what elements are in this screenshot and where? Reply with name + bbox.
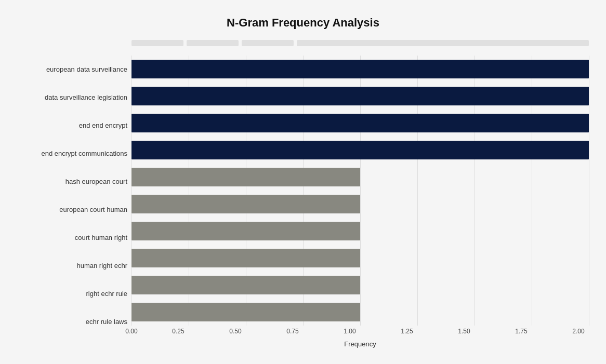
y-label: echr rule laws (17, 308, 127, 335)
x-tick: 0.25 (168, 328, 189, 335)
x-tick: 1.50 (454, 328, 475, 335)
chart-container: N-Gram Frequency Analysis european data … (7, 6, 599, 359)
bar (131, 303, 360, 321)
x-axis-label: Frequency (131, 340, 589, 348)
bar (131, 141, 589, 159)
bar-row (131, 56, 589, 83)
bar-row (131, 191, 589, 218)
bars-wrapper (131, 56, 589, 326)
grid-line (589, 56, 589, 326)
x-tick: 0.00 (121, 328, 142, 335)
x-tick: 1.25 (397, 328, 417, 335)
y-label: data surveillance legislation (17, 84, 127, 111)
y-label: court human right (17, 224, 127, 251)
y-label: hash european court (17, 168, 127, 195)
x-tick: 2.00 (568, 328, 589, 335)
chart-area: european data surveillancedata surveilla… (17, 56, 589, 336)
bar-row (131, 245, 589, 272)
bar-row (131, 164, 589, 191)
bar (131, 249, 360, 267)
y-label: european court human (17, 196, 127, 223)
bar-row (131, 272, 589, 299)
y-label: european data surveillance (17, 56, 127, 83)
y-label: end end encrypt (17, 112, 127, 139)
bar (131, 114, 589, 132)
y-label: human right echr (17, 252, 127, 279)
plot-area: 0.000.250.500.751.001.251.501.752.00 Fre… (131, 56, 589, 336)
bar-row (131, 83, 589, 110)
y-axis: european data surveillancedata surveilla… (17, 56, 131, 336)
x-tick: 1.00 (339, 328, 360, 335)
chart-title: N-Gram Frequency Analysis (17, 16, 589, 30)
x-axis: 0.000.250.500.751.001.251.501.752.00 Fre… (131, 328, 589, 348)
bar-row (131, 299, 589, 326)
y-label: end encrypt communications (17, 140, 127, 167)
y-label: right echr rule (17, 280, 127, 307)
bar (131, 276, 360, 294)
bar (131, 60, 589, 78)
bar (131, 87, 589, 105)
x-tick: 0.75 (282, 328, 303, 335)
x-tick: 1.75 (511, 328, 532, 335)
bar (131, 168, 360, 186)
bar (131, 195, 360, 213)
bar-row (131, 110, 589, 137)
bar-row (131, 218, 589, 245)
bar-row (131, 137, 589, 164)
bar (131, 222, 360, 240)
x-ticks-container: 0.000.250.500.751.001.251.501.752.00 (131, 328, 589, 338)
x-tick: 0.50 (225, 328, 246, 335)
